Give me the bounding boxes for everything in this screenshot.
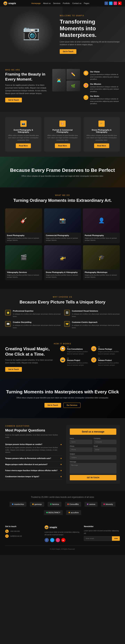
company-input[interactable]	[94, 440, 116, 444]
nav-item-portfolio[interactable]: Portfolio	[63, 2, 70, 4]
portfolio-grid: 🎸 Event Photography Magna porta faucibus…	[5, 208, 120, 280]
how-right: 💬 01 Free Consultations Magna porta fauc…	[60, 346, 120, 366]
brand-item: careva	[85, 502, 97, 507]
subject-input[interactable]	[70, 455, 116, 460]
why-item-icon: 🤝	[64, 321, 70, 327]
portfolio-card[interactable]: 📸 Commercial Photography Magna porta fau…	[44, 208, 81, 243]
service-desc: Officis rebus voluptas sit quae blanditi…	[86, 134, 117, 142]
footer-instagram[interactable]: i	[56, 538, 60, 542]
newsletter-form: JOIN	[84, 536, 120, 541]
service-title: Event Photography & Videography	[8, 129, 39, 133]
message-textarea[interactable]	[70, 463, 116, 474]
portfolio-card[interactable]: 🎓 Photography Workshops Magna porta fauc…	[83, 245, 120, 280]
email-input[interactable]	[94, 448, 116, 452]
faq-question-text: Condimentum interdum tempor id ligula?	[5, 476, 39, 478]
nav-item-homepage[interactable]: Homepage	[31, 2, 41, 4]
how-section: HOW IT WORKS Creating Visual Magic, One …	[0, 336, 125, 378]
phone-input[interactable]	[70, 448, 92, 452]
name-group: Name	[70, 438, 92, 444]
why-item: 📖 Creative Storytelling In volutpat orci…	[5, 321, 61, 329]
portfolio-image: 👤	[83, 208, 120, 232]
nav-logo[interactable]: 📷 snapix	[4, 2, 16, 5]
why-item-desc: In volutpat orci ut tellus non ullamcorp…	[72, 324, 120, 329]
brand-dot	[103, 504, 105, 505]
how-step-item: 📦 02 Choose Package Magna porta faucibus…	[91, 346, 120, 355]
portfolio-item-title: Photography Workshops	[85, 271, 118, 273]
step-desc: Magna porta faucibus portittor lacus et …	[67, 362, 89, 366]
why-item-text: Professional Expertise In volutpat orci …	[13, 310, 61, 318]
twitter-icon[interactable]: t	[109, 2, 112, 5]
faq-item[interactable]: Condimentum interdum tempor id ligula? ▼	[5, 474, 62, 480]
footer-logo: 📷 snapix	[45, 525, 81, 529]
brand-item: gamequ	[30, 502, 44, 507]
newsletter-submit[interactable]: JOIN	[112, 536, 120, 541]
nav-item-services[interactable]: Services	[53, 2, 60, 4]
faq-title: Most Popular Questions	[5, 428, 62, 432]
brand-item: farmica	[48, 502, 61, 507]
service-readmore-button[interactable]: Read More	[16, 144, 31, 148]
facebook-icon[interactable]: f	[104, 2, 108, 5]
how-label: HOW IT WORKS	[5, 343, 120, 345]
who-description: Fusce ac dui sagittis posuere pharetra. …	[5, 84, 49, 95]
faq-item[interactable]: Magna quisque mattis bibendum id erat pa…	[5, 462, 62, 468]
faq-question[interactable]: Tempus posuere tellus du Rornentum solli…	[5, 457, 62, 460]
how-cta-button[interactable]: Get In Touch	[5, 367, 22, 372]
portfolio-card[interactable]: 👤 Portrait Photography Magna porta fauci…	[83, 208, 120, 243]
who-title: Framing the Beauty in Every Moment.	[5, 72, 49, 82]
footer-youtube[interactable]: ▶	[61, 538, 65, 542]
instagram-icon[interactable]: i	[113, 2, 117, 5]
faq-question[interactable]: Quisque posuere lectus Aliquam ac condim…	[5, 443, 62, 446]
step-num: 04	[98, 357, 120, 359]
faq-question[interactable]: Condimentum interdum tempor id ligula? ▼	[5, 476, 62, 478]
who-image-1: 🧑‍💻	[52, 69, 66, 92]
faq-left: COMMON QUESTIONS Most Popular Questions …	[5, 425, 62, 484]
portfolio-card[interactable]: 🎬 Videography Services Magna porta fauci…	[5, 245, 42, 280]
nav-item-about[interactable]: About us	[43, 2, 51, 4]
footer-facebook[interactable]: f	[45, 538, 49, 542]
portfolio-card[interactable]: 🎸 Event Photography Magna porta faucibus…	[5, 208, 42, 243]
portfolio-item-title: Videography Services	[7, 271, 40, 273]
footer-logo-icon: 📷	[45, 525, 48, 529]
contact-box: Send us a message Name Company Phone Ema…	[66, 425, 120, 484]
nav-item-contact[interactable]: Contact us	[72, 2, 81, 4]
youtube-icon[interactable]: ▶	[118, 2, 121, 5]
newsletter-title: Newsletter	[84, 525, 120, 528]
portfolio-info: Event Photography Magna porta faucibus p…	[5, 232, 42, 243]
why-item-desc: In volutpat orci ut tellus non ullamcorp…	[13, 313, 61, 318]
faq-arrow-icon: ▼	[60, 470, 62, 472]
footer-twitter[interactable]: t	[50, 538, 54, 542]
step-content: 01 Free Consultations Magna porta faucib…	[67, 346, 89, 355]
company-group: Company	[94, 438, 116, 444]
hero-camera: 📷	[9, 10, 54, 55]
step-icon: 💬	[60, 346, 65, 351]
service-card: 🎨 Portrait & Commercial Photography Offi…	[44, 117, 81, 152]
name-input[interactable]	[70, 440, 92, 444]
contact-submit-button[interactable]: GET IN TOUCH	[70, 475, 116, 480]
form-row-2: Phone Email	[70, 445, 116, 452]
how-left: Creating Visual Magic, One Click at a Ti…	[5, 346, 55, 372]
who-right: 👁 Our Vision Quisque elementum tristique…	[83, 69, 120, 105]
faq-question[interactable]: Fuisce viverra augue faucibus tristique …	[5, 470, 62, 472]
faq-question-text: Quisque posuere lectus Aliquam ac condim…	[5, 444, 42, 445]
faq-item[interactable]: Fuisce viverra augue faucibus tristique …	[5, 468, 62, 474]
who-cta-button[interactable]: Get In Touch	[5, 98, 22, 102]
service-readmore-button[interactable]: Read More	[94, 144, 109, 148]
how-steps: 💬 01 Free Consultations Magna porta fauc…	[60, 346, 120, 366]
portfolio-card[interactable]: 🚁 Drone Photography & Videography Magna …	[44, 245, 81, 280]
faq-item[interactable]: Quisque posuere lectus Aliquam ac condim…	[5, 441, 62, 456]
cta-secondary-button[interactable]: Our Services	[63, 403, 81, 408]
cta-primary-button[interactable]: Get In Touch	[44, 403, 61, 408]
service-readmore-button[interactable]: Read More	[55, 144, 70, 148]
step-content: 02 Choose Package Magna porta faucibus p…	[98, 346, 120, 355]
subject-group: Subject	[70, 453, 116, 460]
newsletter-input[interactable]	[84, 536, 112, 541]
nav-social: f t i ▶	[104, 2, 121, 5]
faq-arrow-icon: ▼	[60, 457, 62, 460]
nav-item-pages[interactable]: Pages	[84, 2, 89, 4]
hero-section: 📷 WELCOME TO SNAPIX Transforming Moments…	[0, 6, 125, 62]
phone-icon: 📞	[5, 530, 9, 533]
faq-item[interactable]: Tempus posuere tellus du Rornentum solli…	[5, 456, 62, 462]
why-item-title: Customized Visual Solutions	[72, 310, 120, 312]
hero-cta-primary[interactable]: Get In Touch	[60, 49, 76, 54]
faq-question[interactable]: Magna quisque mattis bibendum id erat pa…	[5, 463, 62, 466]
